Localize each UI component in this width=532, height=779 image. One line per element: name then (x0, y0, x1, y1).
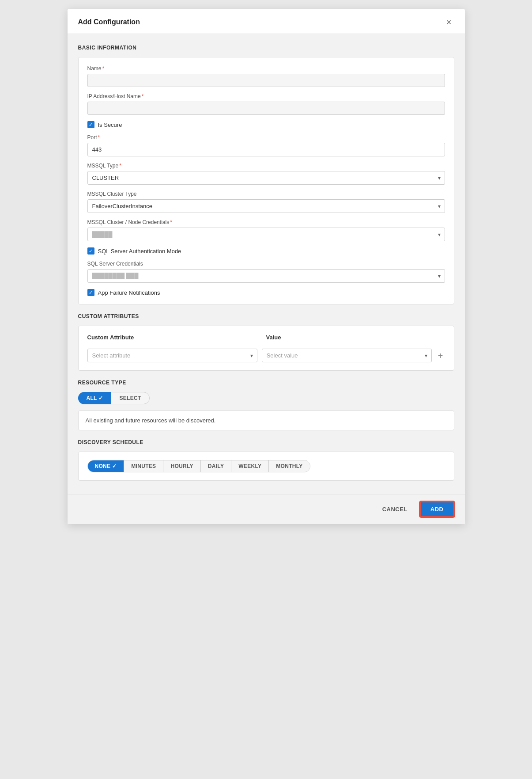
basic-information-section: BASIC INFORMATION Name* IP Address/Host … (78, 45, 454, 304)
sql-credentials-select-wrapper: ████████ ███ ▾ (87, 269, 445, 283)
app-failure-row: ✓ App Failure Notifications (87, 289, 445, 296)
schedule-toggle-group: NONE ✓ MINUTES HOURLY DAILY WEEKLY MONTH… (87, 460, 310, 472)
schedule-hourly-button[interactable]: HOURLY (163, 460, 200, 472)
schedule-none-button[interactable]: NONE ✓ (88, 460, 125, 472)
modal-footer: CANCEL ADD (68, 494, 465, 524)
is-secure-label: Is Secure (98, 122, 122, 128)
sql-credentials-label: SQL Server Credentials (87, 261, 445, 267)
custom-attr-col-headers: Custom Attribute Value (87, 334, 445, 345)
schedule-weekly-button[interactable]: WEEKLY (231, 460, 269, 472)
discovery-schedule-card: NONE ✓ MINUTES HOURLY DAILY WEEKLY MONTH… (78, 452, 454, 481)
mssql-credentials-select-wrapper: █████ ▾ (87, 228, 445, 241)
name-input[interactable] (87, 74, 445, 87)
port-field-group: Port* (87, 134, 445, 156)
custom-attributes-title: CUSTOM ATTRIBUTES (78, 313, 454, 319)
app-failure-checkbox[interactable]: ✓ (87, 289, 94, 296)
footer-spacer (78, 490, 454, 494)
ip-label: IP Address/Host Name* (87, 93, 445, 99)
ip-input[interactable] (87, 102, 445, 115)
select-value-wrapper: Select value ▾ (262, 349, 432, 362)
select-attribute-dropdown[interactable]: Select attribute (87, 349, 257, 362)
mssql-type-select-wrapper: CLUSTER STANDALONE ▾ (87, 171, 445, 185)
schedule-monthly-button[interactable]: MONTHLY (269, 460, 309, 472)
ip-field-group: IP Address/Host Name* (87, 93, 445, 115)
discovery-schedule-title: DISCOVERY SCHEDULE (78, 439, 454, 445)
sql-auth-mode-label: SQL Server Authentication Mode (98, 248, 181, 255)
select-attribute-wrapper: Select attribute ▾ (87, 349, 257, 362)
modal-title: Add Configuration (78, 18, 140, 26)
port-label: Port* (87, 134, 445, 141)
sql-auth-mode-checkbox[interactable]: ✓ (87, 247, 94, 255)
custom-attributes-section: CUSTOM ATTRIBUTES Custom Attribute Value… (78, 313, 454, 371)
mssql-cluster-type-select-wrapper: FailoverClusterInstance AlwaysOn ▾ (87, 199, 445, 213)
custom-attr-grid: Select attribute ▾ Select value ▾ + (87, 349, 445, 362)
sql-credentials-select[interactable]: ████████ ███ (87, 269, 445, 283)
is-secure-checkbox[interactable]: ✓ (87, 121, 94, 128)
schedule-daily-button[interactable]: DAILY (201, 460, 231, 472)
resource-type-toggle-group: ALL ✓ SELECT (78, 392, 454, 404)
resource-type-info-text: All existing and future resources will b… (86, 417, 216, 424)
mssql-cluster-type-group: MSSQL Cluster Type FailoverClusterInstan… (87, 191, 445, 213)
resource-type-info-box: All existing and future resources will b… (78, 410, 454, 430)
modal-header: Add Configuration × (68, 9, 465, 34)
name-label: Name* (87, 65, 445, 72)
is-secure-row: ✓ Is Secure (87, 121, 445, 128)
sql-credentials-group: SQL Server Credentials ████████ ███ ▾ (87, 261, 445, 283)
cancel-button[interactable]: CANCEL (377, 502, 413, 516)
mssql-type-group: MSSQL Type* CLUSTER STANDALONE ▾ (87, 163, 445, 185)
resource-type-select-button[interactable]: SELECT (111, 392, 149, 404)
mssql-cluster-type-label: MSSQL Cluster Type (87, 191, 445, 197)
schedule-minutes-button[interactable]: MINUTES (124, 460, 163, 472)
mssql-credentials-group: MSSQL Cluster / Node Credentials* █████ … (87, 219, 445, 241)
modal-body: BASIC INFORMATION Name* IP Address/Host … (68, 34, 465, 494)
custom-attributes-card: Custom Attribute Value Select attribute … (78, 326, 454, 371)
add-button[interactable]: ADD (420, 502, 454, 517)
app-failure-label: App Failure Notifications (98, 289, 160, 296)
resource-type-all-button[interactable]: ALL ✓ (78, 392, 111, 404)
port-input[interactable] (87, 143, 445, 156)
resource-type-section: RESOURCE TYPE ALL ✓ SELECT All existing … (78, 380, 454, 430)
add-configuration-modal: Add Configuration × BASIC INFORMATION Na… (68, 9, 465, 524)
mssql-credentials-select[interactable]: █████ (87, 228, 445, 241)
add-attribute-button[interactable]: + (436, 351, 445, 360)
resource-type-title: RESOURCE TYPE (78, 380, 454, 386)
discovery-schedule-section: DISCOVERY SCHEDULE NONE ✓ MINUTES HOURLY… (78, 439, 454, 481)
name-field-group: Name* (87, 65, 445, 87)
basic-info-card: Name* IP Address/Host Name* ✓ Is (78, 57, 454, 304)
col-attribute-header: Custom Attribute (87, 334, 262, 341)
close-button[interactable]: × (444, 17, 454, 27)
sql-auth-mode-row: ✓ SQL Server Authentication Mode (87, 247, 445, 255)
mssql-type-label: MSSQL Type* (87, 163, 445, 169)
select-value-dropdown[interactable]: Select value (262, 349, 432, 362)
col-value-header: Value (266, 334, 441, 341)
mssql-type-select[interactable]: CLUSTER STANDALONE (87, 171, 445, 185)
mssql-cluster-type-select[interactable]: FailoverClusterInstance AlwaysOn (87, 199, 445, 213)
basic-info-title: BASIC INFORMATION (78, 45, 454, 51)
mssql-credentials-label: MSSQL Cluster / Node Credentials* (87, 219, 445, 225)
